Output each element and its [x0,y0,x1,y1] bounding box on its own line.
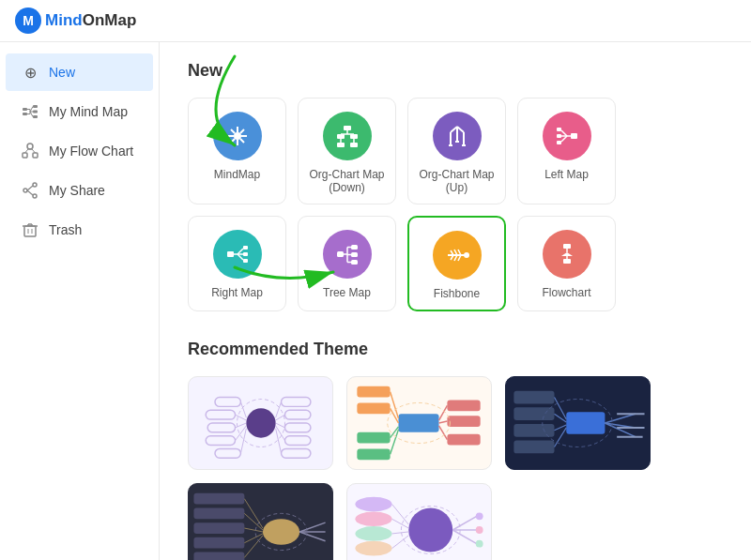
svg-line-143 [605,414,635,423]
svg-rect-136 [513,407,554,420]
svg-rect-134 [566,412,605,434]
map-card-org-down[interactable]: Org-Chart Map (Down) [298,98,396,204]
tree-map-icon [323,230,372,279]
logo-text: MindOnMap [45,11,136,30]
app-header: M MindOnMap [0,0,751,42]
svg-line-60 [561,130,567,136]
fishbone-icon [433,231,482,280]
sidebar-label-new: New [49,65,75,80]
svg-point-11 [27,144,33,149]
sidebar-item-my-share[interactable]: My Share [6,172,153,209]
svg-rect-100 [206,436,235,446]
tree-map-label: Tree Map [323,286,371,299]
svg-rect-23 [24,226,36,236]
svg-rect-101 [215,448,240,458]
svg-rect-77 [351,260,358,265]
map-card-org-up[interactable]: Org-Chart Map (Up) [407,98,506,204]
svg-rect-155 [193,552,244,560]
svg-line-163 [299,532,325,541]
svg-line-37 [231,129,235,133]
svg-line-112 [276,401,282,417]
sidebar-item-new[interactable]: ⊕ New [6,53,153,91]
sidebar-item-trash[interactable]: Trash [6,211,153,249]
svg-line-8 [30,107,33,113]
svg-line-10 [30,112,33,117]
svg-rect-44 [337,143,345,147]
svg-line-139 [555,398,567,420]
svg-line-161 [299,522,325,532]
mindmap-icon [213,112,262,160]
theme-card-1[interactable] [188,376,333,470]
sidebar-item-my-mind-map[interactable]: My Mind Map [6,93,153,130]
svg-rect-97 [215,398,240,407]
svg-line-172 [392,532,409,534]
svg-line-113 [276,415,285,420]
svg-rect-110 [284,436,310,446]
svg-line-105 [236,426,247,441]
theme-card-4[interactable] [188,483,333,560]
map-card-fishbone[interactable]: Fishbone [407,216,506,311]
svg-point-90 [464,252,469,258]
svg-line-22 [27,190,33,195]
map-card-left-map[interactable]: Left Map [517,98,616,204]
svg-line-170 [392,505,409,525]
fishbone-label: Fishbone [434,287,480,300]
map-card-flowchart[interactable]: Flowchart [517,216,616,311]
map-card-right-map[interactable]: Right Map [188,216,286,311]
theme-card-3[interactable] [505,376,651,470]
sidebar-item-my-flow-chart[interactable]: My Flow Chart [6,132,153,170]
logo-icon: M [15,8,41,34]
svg-rect-41 [344,126,351,130]
svg-rect-109 [284,423,310,432]
svg-rect-135 [513,391,554,404]
map-card-tree-map[interactable]: Tree Map [298,216,396,311]
flow-chart-icon [21,142,39,160]
svg-point-178 [476,526,483,534]
org-down-label: Org-Chart Map (Down) [308,168,386,194]
svg-rect-71 [243,246,248,250]
logo-on: On [83,11,105,29]
svg-rect-99 [207,423,235,432]
org-down-icon [323,112,372,160]
svg-line-62 [561,136,567,142]
sidebar-label-my-share: My Share [49,183,105,198]
sidebar-label-trash: Trash [49,222,82,237]
map-type-grid: MindMap Org-Chart Map (Down) [188,98,723,311]
theme-card-5[interactable] [346,483,492,560]
svg-rect-151 [193,493,244,505]
mindmap-label: MindMap [214,168,260,181]
left-map-label: Left Map [544,168,589,181]
svg-rect-74 [337,251,344,257]
svg-rect-91 [563,244,571,249]
theme-grid [188,376,723,560]
svg-rect-98 [206,410,235,419]
main-content: New MindMap Org-Chart Map (Down) [160,42,751,560]
svg-rect-108 [284,410,310,419]
svg-rect-152 [193,507,244,519]
org-up-label: Org-Chart Map (Up) [418,168,496,194]
theme-card-2[interactable] [346,376,492,470]
svg-line-130 [439,405,448,420]
svg-rect-58 [571,133,577,139]
svg-line-176 [452,530,476,544]
sidebar-label-my-mind-map: My Mind Map [49,104,128,119]
app-logo: M MindOnMap [15,8,136,34]
svg-point-177 [476,512,483,520]
svg-line-68 [238,249,243,254]
trash-icon [21,220,39,239]
svg-rect-127 [447,401,480,412]
svg-line-131 [439,421,448,423]
recommended-section-title: Recommended Theme [188,340,723,359]
svg-point-96 [246,408,275,437]
svg-line-70 [238,254,243,260]
new-icon: ⊕ [21,63,39,82]
left-map-icon [543,112,591,160]
sidebar: ⊕ New My Mind Map My Flow Chart My Share [0,42,160,560]
map-card-mindmap[interactable]: MindMap [188,98,286,204]
svg-rect-153 [193,522,244,534]
right-map-label: Right Map [211,286,263,299]
svg-point-19 [33,194,37,198]
svg-line-156 [244,499,263,528]
svg-rect-118 [398,414,438,432]
svg-rect-63 [557,128,561,131]
